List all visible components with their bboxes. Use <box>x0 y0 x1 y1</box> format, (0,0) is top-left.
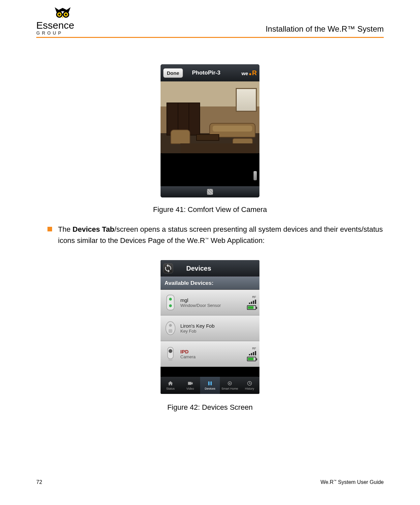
svg-rect-11 <box>168 329 172 333</box>
tab-video[interactable]: Video <box>180 377 200 394</box>
video-icon <box>187 380 194 386</box>
tab-devices[interactable]: Devices <box>200 377 220 394</box>
signal-icon <box>249 351 256 355</box>
device-row[interactable]: Liron's Key Fob Key Fob <box>161 315 259 341</box>
devices-icon <box>206 380 214 386</box>
svg-point-5 <box>65 14 67 15</box>
device-status: RF <box>247 295 256 310</box>
tab-label: History <box>245 387 254 390</box>
device-type: Key Fob <box>180 329 215 334</box>
owl-icon <box>36 7 89 20</box>
tab-history[interactable]: History <box>240 377 259 394</box>
tab-label: Smart Home <box>222 387 238 390</box>
footer-guide-pre: We.R <box>320 479 334 485</box>
battery-icon <box>247 357 256 361</box>
scroll-handle[interactable] <box>254 171 257 180</box>
battery-icon <box>247 305 256 310</box>
camera-photo <box>161 81 259 153</box>
device-type: Camera <box>180 354 195 359</box>
device-name: Liron's Key Fob <box>180 323 215 329</box>
door-sensor-icon <box>164 295 177 311</box>
figure-41-screenshot: Done PhotoPir-3 we R <box>161 64 259 197</box>
signal-icon <box>249 299 256 304</box>
figure-41-caption: Figure 41: Comfort View of Camera <box>36 205 384 214</box>
bullet-icon <box>47 227 52 231</box>
wer-we-text: we <box>242 71 248 76</box>
bullet-suffix: Web Application: <box>209 236 265 245</box>
tab-bar: Status Video Devices Smart Home <box>161 377 259 394</box>
device-row[interactable]: mgl Window/Door Sensor RF <box>161 290 259 315</box>
camera-icon <box>164 346 177 362</box>
photo-title: PhotoPir-3 <box>192 70 221 76</box>
tab-label: Status <box>166 387 175 390</box>
devices-section-header: Available Devices: <box>161 277 259 290</box>
footer-guide-tm: ™ <box>334 479 337 483</box>
bullet-text: The Devices Tab/screen opens a status sc… <box>58 224 384 246</box>
thumbnail-icon[interactable] <box>207 189 213 195</box>
photo-footer <box>161 186 259 197</box>
tab-smart-home[interactable]: Smart Home <box>220 377 240 394</box>
page-number: 72 <box>36 479 42 485</box>
tab-status[interactable]: Status <box>161 377 180 394</box>
device-type: Window/Door Sensor <box>180 303 221 308</box>
page-footer: 72 We.R™ System User Guide <box>36 479 384 485</box>
wer-logo: we R <box>242 69 257 77</box>
tab-label: Video <box>187 387 194 390</box>
tab-label: Devices <box>205 387 215 390</box>
figure-42-caption: Figure 42: Devices Screen <box>36 403 384 412</box>
devices-topbar: Devices <box>161 260 259 277</box>
svg-rect-16 <box>211 381 212 385</box>
bullet-prefix: The <box>58 225 73 233</box>
clock-icon <box>246 380 253 386</box>
svg-point-4 <box>58 14 60 15</box>
wer-dot-icon <box>249 73 251 75</box>
page-header: Essence GROUP Installation of the We.R™ … <box>36 0 384 36</box>
brand-logo: Essence GROUP <box>36 7 89 36</box>
brand-name: Essence <box>36 20 89 31</box>
rf-label: RF <box>252 295 256 299</box>
svg-point-13 <box>168 349 172 353</box>
svg-point-7 <box>169 298 172 301</box>
refresh-button[interactable] <box>163 263 173 273</box>
bullet-item: The Devices Tab/screen opens a status sc… <box>47 224 384 246</box>
brand-sub: GROUP <box>36 30 89 36</box>
devices-title: Devices <box>186 265 211 272</box>
svg-rect-6 <box>167 295 174 310</box>
svg-point-10 <box>169 324 172 327</box>
photo-black-area <box>161 153 259 186</box>
rf-label: RF <box>252 347 256 350</box>
device-name: IPD <box>180 349 195 354</box>
bullet-tm: ™ <box>205 237 209 241</box>
footer-guide-post: System User Guide <box>337 479 384 485</box>
svg-rect-15 <box>208 381 210 385</box>
svg-point-18 <box>229 383 230 384</box>
keyfob-icon <box>164 320 177 336</box>
bullet-bold: Devices Tab <box>73 225 114 233</box>
wer-r-text: R <box>252 69 257 77</box>
device-row[interactable]: IPD Camera RF <box>161 341 259 367</box>
figure-42-screenshot: Devices Available Devices: mgl Window/Do… <box>161 260 259 394</box>
gear-icon <box>226 380 233 386</box>
footer-guide: We.R™ System User Guide <box>320 479 384 485</box>
done-button[interactable]: Done <box>163 68 183 78</box>
devices-gap <box>161 367 259 377</box>
page-title: Installation of the We.R™ System <box>266 24 384 36</box>
photo-topbar: Done PhotoPir-3 we R <box>161 64 259 81</box>
device-name: mgl <box>180 297 221 303</box>
device-status: RF <box>247 347 256 361</box>
svg-rect-14 <box>168 359 172 361</box>
svg-point-8 <box>169 304 172 307</box>
home-icon <box>167 380 174 386</box>
